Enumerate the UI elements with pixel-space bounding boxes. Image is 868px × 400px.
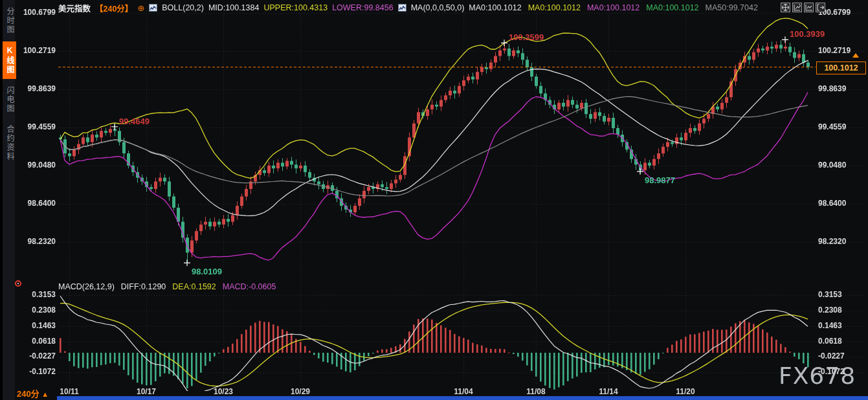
axis-tick-label: 0.1463 — [17, 321, 56, 330]
macd-label: MACD(26,12,9) — [58, 282, 115, 291]
axis-tick-label: 98.6400 — [17, 199, 56, 208]
axis-tick-label: 99.8639 — [818, 84, 846, 93]
macd-diff-value: DIFF:0.1290 — [121, 282, 166, 291]
boll-upper-value: UPPER:100.4313 — [263, 3, 328, 12]
axis-tick-label: 0.2308 — [17, 306, 56, 315]
boll-label: BOLL(20,2) — [162, 3, 204, 12]
period-selector-arrow-icon: ▲ — [41, 390, 49, 398]
indicator-header: 美元指数【240分】 ⊕ BOLL(20,2) MID:100.1384 UPP… — [58, 2, 758, 14]
macd-indicator-icon[interactable] — [15, 280, 21, 287]
axis-tick-label: 100.2719 — [17, 46, 56, 55]
date-tick-label: 10/11 — [55, 387, 83, 396]
macd-header: MACD(26,12,9) DIFF:0.1290 DEA:0.1592 MAC… — [58, 282, 276, 291]
price-annotation: 100.3939 — [790, 29, 825, 39]
period-selector-label: 240分 — [17, 389, 39, 399]
date-tick-label: 10/23 — [209, 387, 238, 396]
date-tick-label: 11/14 — [594, 387, 623, 396]
chart-app: 分时图 K线图 闪电图 合约资料 美元指数【240分】 ⊕ BOLL(20,2)… — [0, 0, 868, 400]
symbol-name: 美元指数 — [58, 2, 91, 14]
axis-tick-label: 99.8639 — [17, 84, 56, 93]
axis-tick-label: -0.1072 — [17, 367, 56, 376]
ma-value: MA0:100.1012 — [646, 3, 698, 12]
price-annotation: 99.4649 — [119, 117, 150, 126]
axis-tick-label: 0.0618 — [818, 337, 842, 346]
axis-tick-label: 98.2320 — [818, 237, 846, 246]
ma-indicator-icon[interactable] — [398, 4, 406, 12]
axis-tick-label: 99.4559 — [17, 122, 56, 131]
macd-value: MACD:-0.0605 — [223, 282, 276, 291]
date-tick-label: 11/20 — [671, 387, 700, 396]
sidebar: 分时图 K线图 闪电图 合约资料 — [0, 0, 15, 400]
fx678-watermark: FX678 — [779, 362, 856, 389]
ma-value: MA0:100.1012 — [469, 3, 521, 12]
sidebar-item-contract-info[interactable]: 合约资料 — [3, 120, 16, 166]
zoom-horizontal-icon[interactable] — [804, 3, 814, 12]
axis-tick-label: 98.6400 — [818, 199, 846, 208]
axis-tick-label: 100.6799 — [17, 8, 56, 17]
chart-toolbar — [781, 3, 825, 12]
price-annotation: 100.3599 — [509, 32, 544, 42]
sidebar-item-flash[interactable]: 闪电图 — [3, 82, 16, 118]
axis-tick-label: 0.1463 — [818, 321, 842, 330]
ma-value: MA0:100.1012 — [528, 3, 581, 12]
axis-tick-label: -0.0227 — [17, 351, 56, 361]
date-tick-label: 10/29 — [286, 387, 315, 396]
zoom-vertical-icon[interactable] — [792, 3, 802, 12]
price-annotation: 98.0109 — [192, 267, 222, 276]
axis-tick-label: 0.2308 — [818, 306, 842, 315]
axis-tick-label: -0.0227 — [818, 351, 845, 361]
ma-value: MA50:99.7042 — [706, 3, 758, 12]
date-tick-label: 11/04 — [449, 387, 478, 396]
price-annotation: 98.9877 — [645, 175, 675, 185]
axis-tick-label: 98.2320 — [17, 237, 56, 246]
exit-fullscreen-icon[interactable] — [816, 3, 825, 12]
period-tag: 【240分】 — [95, 2, 133, 14]
date-tick-label: 10/17 — [132, 387, 161, 396]
axis-tick-label: 0.0618 — [17, 337, 56, 346]
last-price-box: 100.1012 — [816, 61, 866, 74]
boll-lower-value: LOWER:99.8456 — [332, 3, 394, 12]
axis-tick-label: 0.3153 — [818, 290, 842, 299]
add-indicator-icon[interactable]: ⊕ — [137, 3, 144, 13]
boll-mid-value: MID:100.1384 — [208, 3, 260, 12]
macd-dea-value: DEA:0.1592 — [172, 282, 216, 291]
sidebar-item-kline[interactable]: K线图 — [3, 41, 16, 79]
axis-tick-label: 99.0480 — [818, 161, 846, 170]
axis-tick-label: 100.2719 — [818, 46, 851, 55]
axis-tick-label: 99.4559 — [818, 122, 846, 131]
axis-tick-label: 0.3153 — [17, 290, 56, 299]
sidebar-item-timeline[interactable]: 分时图 — [3, 3, 16, 39]
period-selector[interactable]: 240分 ▲ — [17, 387, 49, 399]
date-tick-label: 11/08 — [522, 387, 550, 396]
last-price-arrow-icon — [852, 53, 859, 58]
bottom-scroll-bar[interactable] — [57, 396, 868, 400]
ma-label: MA(0,0,0,50,0) — [411, 3, 465, 12]
boll-indicator-icon[interactable] — [149, 4, 157, 12]
pan-icon[interactable] — [781, 3, 790, 12]
axis-tick-label: 99.0480 — [17, 161, 56, 170]
ma-value: MA0:100.1012 — [587, 3, 640, 12]
ma-values: MA0:100.1012MA0:100.1012MA0:100.1012MA0:… — [469, 3, 758, 12]
chart-canvas[interactable] — [0, 0, 868, 400]
